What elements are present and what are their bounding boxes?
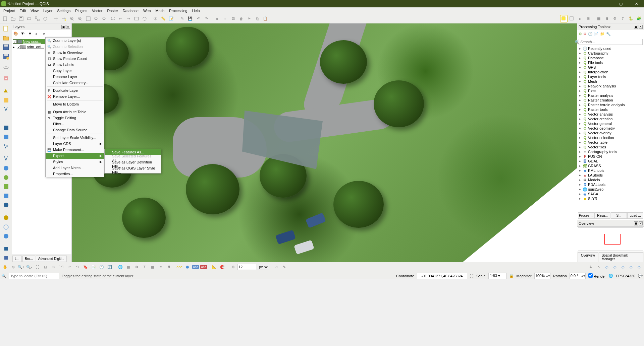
menu-settings[interactable]: Settings (55, 8, 72, 13)
processing-group[interactable]: ▸QRaster terrain analysis (578, 102, 643, 107)
toolbox-button[interactable]: ⚙ (611, 15, 619, 22)
field-icon[interactable]: ≡ (157, 263, 164, 271)
map-canvas[interactable] (72, 23, 577, 262)
data-source-icon[interactable] (2, 65, 10, 73)
redo-button[interactable]: ↷ (203, 15, 210, 22)
menu-mesh[interactable]: Mesh (153, 8, 166, 13)
layers-tab[interactable]: Bro... (22, 256, 35, 262)
edit-toggle-button[interactable]: ✎ (178, 15, 186, 22)
menu-item-change-data-source-[interactable]: Change Data Source... (46, 127, 104, 133)
style-icon[interactable]: 🎨 (13, 31, 19, 37)
overview-canvas[interactable] (578, 227, 643, 251)
menu-item-open-attribute-table[interactable]: ▦Open Attribute Table (46, 109, 104, 115)
python-console-button[interactable]: 🐍 (627, 15, 635, 22)
abc-icon[interactable]: A (587, 263, 594, 271)
processing-group[interactable]: ▸QVector creation (578, 117, 643, 121)
raster-layer-icon[interactable] (2, 96, 10, 104)
menu-edit[interactable]: Edit (17, 8, 28, 13)
zoom-layer-button[interactable] (101, 15, 108, 22)
clock-icon[interactable]: 🕓 (588, 32, 593, 36)
gear2-icon[interactable]: ⚙ (583, 32, 587, 36)
render-checkbox[interactable]: Render (588, 273, 606, 278)
vector-layer-icon[interactable] (2, 87, 10, 95)
menu-item-show-in-overview[interactable]: ∞Show in Overview (46, 50, 104, 56)
menu-view[interactable]: View (29, 8, 41, 13)
temporal-icon[interactable]: 🕐 (98, 263, 105, 271)
processing-group[interactable]: ▸QVector table (578, 140, 643, 145)
postgis-icon[interactable] (2, 201, 10, 209)
zoom-native-icon[interactable]: 1:1 (58, 263, 65, 271)
scale-value[interactable]: 1:83 ▾ (488, 273, 506, 279)
processing-group[interactable]: ▸QFile tools (578, 60, 643, 65)
refresh-button[interactable] (141, 15, 148, 22)
crs-icon[interactable]: 🌐 (608, 274, 613, 278)
tile-icon[interactable]: ▦ (125, 263, 132, 271)
zoom-next-button[interactable] (125, 15, 132, 22)
open-project-button[interactable] (9, 15, 17, 22)
magnifier-value[interactable]: 100%▴▾ (534, 273, 550, 279)
submenu-item-save-as-qgis-layer-style-file-[interactable]: Save as QGIS Layer Style File... (105, 167, 161, 173)
menu-item-duplicate-layer[interactable]: ⎘Duplicate Layer (46, 87, 104, 93)
zoom-sel-icon[interactable]: ⊡ (42, 263, 49, 271)
processing-group[interactable]: ▸🌿GRASS (578, 163, 643, 168)
processing-group[interactable]: ▸QGPS (578, 65, 643, 70)
processing-group[interactable]: ▸◆SLYR (578, 196, 643, 201)
save-project-button[interactable] (17, 15, 25, 22)
move-feature-button[interactable]: ↔ (221, 15, 229, 22)
processing-search[interactable]: 🔍 Search... (579, 39, 643, 45)
locate-icon[interactable]: 🔍 (1, 274, 6, 278)
node3-icon[interactable]: ◇ (619, 263, 627, 271)
processing-group[interactable]: ▸◉SAGA (578, 192, 643, 196)
delete-selected-button[interactable]: 🗑 (237, 15, 245, 22)
undo-button[interactable]: ↶ (195, 15, 202, 22)
label2-icon[interactable]: ⬣ (184, 263, 191, 271)
identify-button[interactable]: ⓘ (152, 15, 159, 22)
zoom-full-icon[interactable]: ⛶ (34, 263, 41, 271)
snap-icon[interactable]: 🧲 (219, 263, 226, 271)
zoom-last-button[interactable] (117, 15, 124, 22)
spreadsheet-icon[interactable] (2, 124, 10, 132)
processing-group[interactable]: ▸⚙Models (578, 178, 643, 182)
processing-group[interactable]: ▸QCartography (578, 51, 643, 56)
select-by-expression-button[interactable]: ε (576, 15, 584, 22)
processing-group[interactable]: ▸QVector general (578, 121, 643, 126)
stats-button[interactable]: Σ (619, 15, 627, 22)
processing-group[interactable]: ▸QVector overlay (578, 131, 643, 135)
menu-item-add-layer-notes-[interactable]: Add Layer Notes... (46, 165, 104, 171)
style-manager-button[interactable] (42, 15, 49, 22)
pan-to-icon[interactable]: ⊕ (9, 263, 17, 271)
processing-group[interactable]: ▸QRaster analysis (578, 93, 643, 98)
zoom-selection-button[interactable] (93, 15, 100, 22)
zoom-out-button[interactable] (76, 15, 84, 22)
snap-value-input[interactable] (237, 264, 256, 270)
processing-tab-button[interactable]: S... (611, 212, 627, 219)
wms-icon[interactable] (2, 164, 10, 172)
menu-project[interactable]: Project (1, 8, 17, 13)
layer-checkbox[interactable]: ✓ (17, 45, 21, 49)
chip-icon[interactable] (2, 245, 10, 253)
globe-icon[interactable] (2, 223, 10, 231)
processing-tab-button[interactable]: Load ... (627, 212, 643, 219)
processing-group[interactable]: ▸QNetwork analysis (578, 84, 643, 88)
menu-item-remove-layer-[interactable]: ❌Remove Layer... (46, 93, 104, 99)
processing-group[interactable]: ▸QVector selection (578, 135, 643, 140)
new-3d-icon[interactable]: 🌐 (117, 263, 124, 271)
node4-icon[interactable]: ◇ (627, 263, 635, 271)
filter2-icon[interactable]: ▼ (28, 31, 34, 37)
annotation-button[interactable]: 📝 (168, 15, 175, 22)
menu-help[interactable]: Help (190, 8, 202, 13)
menu-vector[interactable]: Vector (90, 8, 104, 13)
coord-value[interactable]: -91.9941271,46.8426824 (417, 273, 467, 279)
bookmark-icon[interactable]: 🔖 (82, 263, 89, 271)
snap-unit-select[interactable]: px (257, 264, 269, 270)
menu-item-calculate-geometry-[interactable]: Calculate Geometry... (46, 80, 104, 86)
processing-group[interactable]: ▸QVector analysis (578, 112, 643, 117)
maximize-button[interactable]: ▢ (613, 0, 629, 7)
lock-icon[interactable]: 🔒 (509, 274, 514, 278)
labelc-icon[interactable]: abc (200, 263, 207, 271)
close-button[interactable]: ✕ (629, 0, 644, 7)
undock-icon[interactable]: ▣ (61, 25, 65, 29)
processing-group[interactable]: ▸QDatabase (578, 56, 643, 60)
save-edits-button[interactable]: 💾 (186, 15, 194, 22)
deselect-button[interactable] (568, 15, 576, 22)
